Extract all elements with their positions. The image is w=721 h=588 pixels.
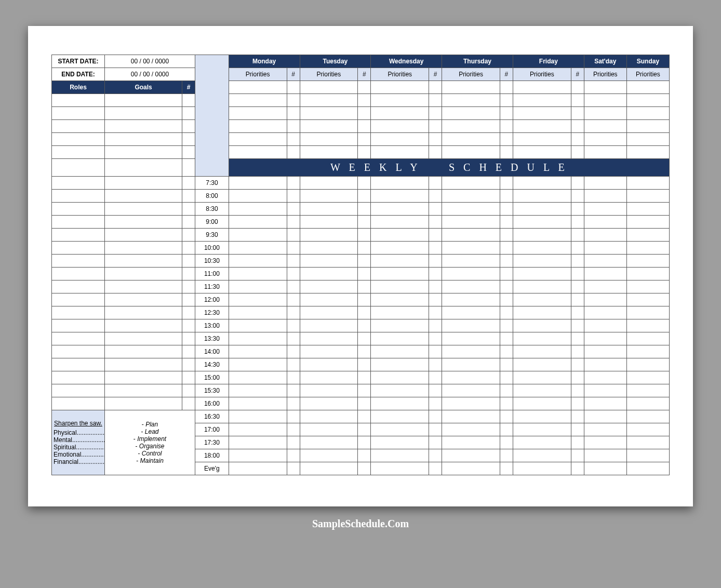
goals-cell[interactable]: [104, 384, 182, 397]
schedule-cell[interactable]: [500, 203, 513, 216]
schedule-cell[interactable]: [571, 462, 584, 475]
schedule-cell[interactable]: [584, 319, 626, 332]
cell[interactable]: [300, 94, 358, 107]
schedule-cell[interactable]: [371, 177, 429, 190]
cell[interactable]: [287, 107, 300, 120]
schedule-cell[interactable]: [513, 449, 571, 462]
schedule-cell[interactable]: [229, 229, 287, 242]
num-cell[interactable]: [182, 280, 195, 293]
cell[interactable]: [429, 146, 442, 159]
cell[interactable]: [626, 94, 669, 107]
roles-cell[interactable]: [52, 216, 105, 229]
schedule-cell[interactable]: [287, 203, 300, 216]
schedule-cell[interactable]: [571, 319, 584, 332]
schedule-cell[interactable]: [500, 449, 513, 462]
schedule-cell[interactable]: [287, 190, 300, 203]
schedule-cell[interactable]: [229, 462, 287, 475]
cell[interactable]: [371, 94, 429, 107]
schedule-cell[interactable]: [358, 332, 371, 345]
schedule-cell[interactable]: [371, 216, 429, 229]
roles-cell[interactable]: [52, 242, 105, 255]
schedule-cell[interactable]: [371, 371, 429, 384]
cell[interactable]: [513, 81, 571, 94]
schedule-cell[interactable]: [500, 332, 513, 345]
schedule-cell[interactable]: [500, 242, 513, 255]
schedule-cell[interactable]: [429, 242, 442, 255]
num-cell[interactable]: [182, 319, 195, 332]
schedule-cell[interactable]: [513, 280, 571, 293]
cell[interactable]: [626, 146, 669, 159]
schedule-cell[interactable]: [571, 190, 584, 203]
schedule-cell[interactable]: [358, 358, 371, 371]
cell[interactable]: [500, 146, 513, 159]
goals-cell[interactable]: [104, 107, 182, 120]
schedule-cell[interactable]: [626, 229, 669, 242]
schedule-cell[interactable]: [584, 462, 626, 475]
schedule-cell[interactable]: [287, 255, 300, 268]
cell[interactable]: [584, 94, 626, 107]
cell[interactable]: [500, 107, 513, 120]
schedule-cell[interactable]: [626, 280, 669, 293]
schedule-cell[interactable]: [300, 268, 358, 280]
cell[interactable]: [300, 81, 358, 94]
schedule-cell[interactable]: [442, 242, 500, 255]
num-cell[interactable]: [182, 190, 195, 203]
schedule-cell[interactable]: [513, 345, 571, 358]
schedule-cell[interactable]: [429, 255, 442, 268]
schedule-cell[interactable]: [429, 216, 442, 229]
schedule-cell[interactable]: [513, 332, 571, 345]
schedule-cell[interactable]: [300, 293, 358, 306]
schedule-cell[interactable]: [300, 242, 358, 255]
schedule-cell[interactable]: [584, 449, 626, 462]
schedule-cell[interactable]: [584, 332, 626, 345]
cell[interactable]: [442, 107, 500, 120]
goals-cell[interactable]: [104, 293, 182, 306]
roles-cell[interactable]: [52, 190, 105, 203]
num-cell[interactable]: [182, 216, 195, 229]
schedule-cell[interactable]: [626, 242, 669, 255]
cell[interactable]: [571, 133, 584, 146]
goals-cell[interactable]: [104, 146, 182, 159]
num-cell[interactable]: [182, 345, 195, 358]
schedule-cell[interactable]: [513, 242, 571, 255]
schedule-cell[interactable]: [371, 255, 429, 268]
schedule-cell[interactable]: [500, 384, 513, 397]
schedule-cell[interactable]: [584, 280, 626, 293]
roles-cell[interactable]: [52, 203, 105, 216]
schedule-cell[interactable]: [442, 319, 500, 332]
cell[interactable]: [371, 81, 429, 94]
schedule-cell[interactable]: [571, 449, 584, 462]
cell[interactable]: [229, 133, 287, 146]
cell[interactable]: [358, 146, 371, 159]
schedule-cell[interactable]: [287, 242, 300, 255]
schedule-cell[interactable]: [442, 255, 500, 268]
cell[interactable]: [358, 120, 371, 133]
schedule-cell[interactable]: [513, 177, 571, 190]
schedule-cell[interactable]: [500, 255, 513, 268]
roles-cell[interactable]: [52, 94, 105, 107]
schedule-cell[interactable]: [571, 177, 584, 190]
schedule-cell[interactable]: [371, 190, 429, 203]
schedule-cell[interactable]: [584, 306, 626, 319]
schedule-cell[interactable]: [584, 358, 626, 371]
schedule-cell[interactable]: [500, 462, 513, 475]
schedule-cell[interactable]: [287, 423, 300, 436]
schedule-cell[interactable]: [300, 423, 358, 436]
schedule-cell[interactable]: [229, 358, 287, 371]
num-cell[interactable]: [182, 94, 195, 107]
schedule-cell[interactable]: [229, 177, 287, 190]
schedule-cell[interactable]: [513, 255, 571, 268]
num-cell[interactable]: [182, 146, 195, 159]
schedule-cell[interactable]: [287, 358, 300, 371]
schedule-cell[interactable]: [500, 280, 513, 293]
roles-cell[interactable]: [52, 146, 105, 159]
cell[interactable]: [626, 107, 669, 120]
schedule-cell[interactable]: [571, 242, 584, 255]
schedule-cell[interactable]: [442, 436, 500, 449]
schedule-cell[interactable]: [300, 358, 358, 371]
schedule-cell[interactable]: [300, 397, 358, 410]
num-cell[interactable]: [182, 371, 195, 384]
num-cell[interactable]: [182, 306, 195, 319]
schedule-cell[interactable]: [287, 384, 300, 397]
schedule-cell[interactable]: [429, 410, 442, 423]
